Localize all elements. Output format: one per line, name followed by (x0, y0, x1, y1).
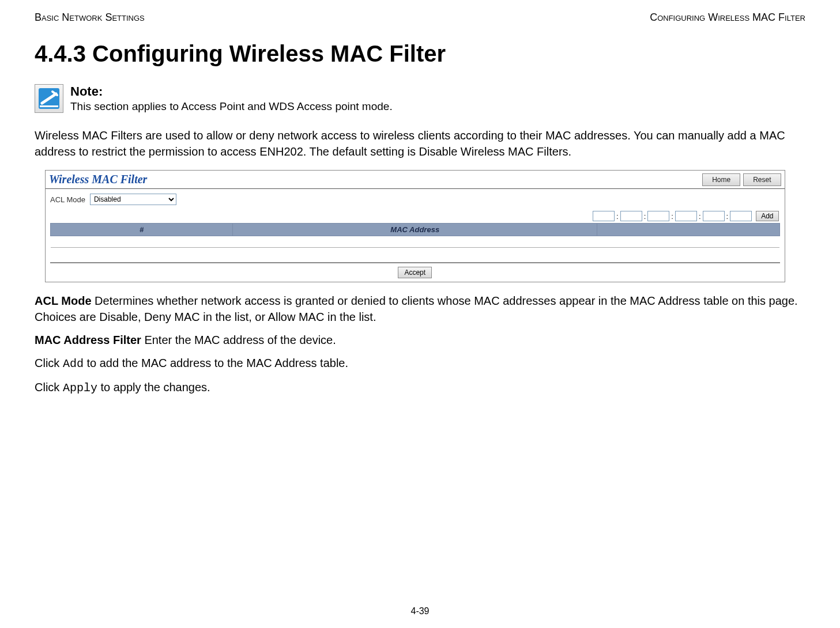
accept-button[interactable]: Accept (398, 267, 432, 278)
mac-separator: : (616, 212, 619, 221)
mac-address-table: # MAC Address (50, 223, 780, 248)
mac-filter-term: MAC Address Filter (35, 334, 141, 346)
note-icon (35, 84, 63, 113)
note-body: This section applies to Access Point and… (70, 100, 393, 113)
svg-rect-1 (40, 105, 58, 107)
intro-paragraph: Wireless MAC Filters are used to allow o… (35, 127, 805, 160)
reset-button[interactable]: Reset (743, 173, 781, 186)
apply-instruction: Click Apply to apply the changes. (35, 379, 805, 396)
mac-octet-1[interactable] (593, 211, 615, 221)
mac-filter-definition: MAC Address Filter Enter the MAC address… (35, 332, 805, 348)
table-header-mac: MAC Address (233, 224, 597, 236)
section-title: 4.4.3 Configuring Wireless MAC Filter (35, 41, 805, 67)
mac-octet-2[interactable] (620, 211, 642, 221)
mac-octet-6[interactable] (730, 211, 752, 221)
note-block: Note: This section applies to Access Poi… (35, 84, 805, 113)
mac-octet-4[interactable] (675, 211, 697, 221)
acl-mode-select[interactable]: Disabled (90, 194, 176, 205)
table-row (51, 236, 780, 248)
mac-octet-5[interactable] (703, 211, 725, 221)
acl-mode-label: ACL Mode (50, 195, 85, 204)
add-button[interactable]: Add (756, 211, 778, 221)
note-label: Note: (70, 84, 393, 99)
mac-separator: : (644, 212, 646, 221)
screenshot-panel: Wireless MAC Filter Home Reset ACL Mode … (45, 170, 785, 282)
mac-separator: : (699, 212, 701, 221)
home-button[interactable]: Home (702, 173, 740, 186)
mac-octet-3[interactable] (647, 211, 669, 221)
header-left: Basic Network Settings (35, 12, 145, 24)
table-header-empty (597, 224, 779, 236)
panel-title: Wireless MAC Filter (49, 173, 147, 186)
header-right: Configuring Wireless MAC Filter (650, 12, 805, 24)
table-header-number: # (51, 224, 233, 236)
add-instruction: Click Add to add the MAC address to the … (35, 355, 805, 372)
acl-mode-definition: ACL Mode Determines whether network acce… (35, 293, 805, 325)
mac-separator: : (671, 212, 673, 221)
mac-separator: : (726, 212, 729, 221)
acl-mode-term: ACL Mode (35, 294, 92, 307)
page-number: 4-39 (410, 606, 429, 616)
